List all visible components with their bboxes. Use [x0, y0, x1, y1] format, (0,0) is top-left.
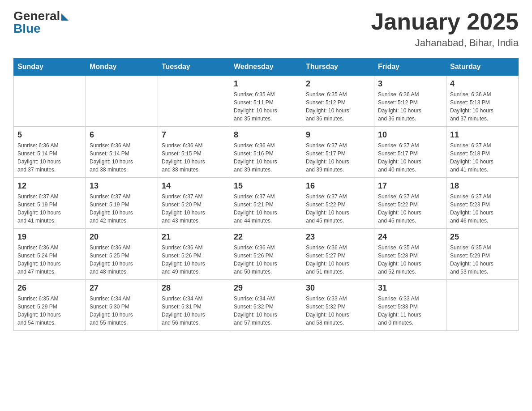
calendar-week-row: 12Sunrise: 6:37 AMSunset: 5:19 PMDayligh… — [14, 178, 519, 229]
day-of-week-header: Thursday — [302, 58, 374, 76]
calendar-cell: 31Sunrise: 6:33 AMSunset: 5:33 PMDayligh… — [374, 280, 446, 331]
day-info: Sunrise: 6:37 AMSunset: 5:17 PMDaylight:… — [306, 141, 370, 174]
day-number: 24 — [378, 232, 442, 242]
day-number: 5 — [17, 130, 82, 140]
calendar-cell: 30Sunrise: 6:33 AMSunset: 5:32 PMDayligh… — [302, 280, 374, 331]
day-of-week-header: Wednesday — [230, 58, 302, 76]
day-info: Sunrise: 6:33 AMSunset: 5:33 PMDaylight:… — [378, 295, 442, 327]
day-number: 27 — [90, 283, 154, 293]
page-header: General Blue January 2025 Jahanabad, Bih… — [13, 9, 519, 49]
calendar-title: January 2025 — [371, 9, 519, 34]
day-info: Sunrise: 6:36 AMSunset: 5:14 PMDaylight:… — [17, 141, 82, 174]
day-number: 26 — [17, 283, 82, 293]
day-number: 10 — [378, 130, 442, 140]
calendar-cell: 16Sunrise: 6:37 AMSunset: 5:22 PMDayligh… — [302, 178, 374, 229]
calendar-cell: 1Sunrise: 6:35 AMSunset: 5:11 PMDaylight… — [230, 76, 302, 127]
day-number: 8 — [234, 130, 298, 140]
day-info: Sunrise: 6:37 AMSunset: 5:17 PMDaylight:… — [378, 141, 442, 174]
day-info: Sunrise: 6:36 AMSunset: 5:14 PMDaylight:… — [90, 141, 154, 174]
day-info: Sunrise: 6:36 AMSunset: 5:13 PMDaylight:… — [450, 90, 515, 123]
day-info: Sunrise: 6:37 AMSunset: 5:19 PMDaylight:… — [17, 193, 82, 225]
day-number: 11 — [450, 130, 515, 140]
day-number: 2 — [306, 79, 370, 89]
day-info: Sunrise: 6:36 AMSunset: 5:26 PMDaylight:… — [162, 244, 226, 276]
day-info: Sunrise: 6:36 AMSunset: 5:27 PMDaylight:… — [306, 244, 370, 276]
day-of-week-header: Monday — [86, 58, 158, 76]
day-info: Sunrise: 6:37 AMSunset: 5:21 PMDaylight:… — [234, 193, 298, 225]
day-info: Sunrise: 6:36 AMSunset: 5:15 PMDaylight:… — [162, 141, 226, 174]
calendar-cell: 3Sunrise: 6:36 AMSunset: 5:12 PMDaylight… — [374, 76, 446, 127]
calendar-header-row: SundayMondayTuesdayWednesdayThursdayFrid… — [14, 58, 519, 76]
day-number: 13 — [90, 181, 154, 191]
day-number: 9 — [306, 130, 370, 140]
calendar-cell: 29Sunrise: 6:34 AMSunset: 5:32 PMDayligh… — [230, 280, 302, 331]
day-info: Sunrise: 6:33 AMSunset: 5:32 PMDaylight:… — [306, 295, 370, 327]
day-info: Sunrise: 6:37 AMSunset: 5:23 PMDaylight:… — [450, 193, 515, 225]
day-info: Sunrise: 6:34 AMSunset: 5:30 PMDaylight:… — [90, 295, 154, 327]
calendar-cell: 8Sunrise: 6:36 AMSunset: 5:16 PMDaylight… — [230, 127, 302, 178]
day-info: Sunrise: 6:35 AMSunset: 5:12 PMDaylight:… — [306, 90, 370, 123]
day-number: 23 — [306, 232, 370, 242]
calendar-cell: 23Sunrise: 6:36 AMSunset: 5:27 PMDayligh… — [302, 229, 374, 280]
calendar-cell: 9Sunrise: 6:37 AMSunset: 5:17 PMDaylight… — [302, 127, 374, 178]
day-of-week-header: Friday — [374, 58, 446, 76]
day-info: Sunrise: 6:37 AMSunset: 5:22 PMDaylight:… — [378, 193, 442, 225]
day-info: Sunrise: 6:35 AMSunset: 5:28 PMDaylight:… — [378, 244, 442, 276]
day-number: 16 — [306, 181, 370, 191]
day-info: Sunrise: 6:34 AMSunset: 5:32 PMDaylight:… — [234, 295, 298, 327]
calendar-week-row: 26Sunrise: 6:35 AMSunset: 5:29 PMDayligh… — [14, 280, 519, 331]
calendar-cell: 24Sunrise: 6:35 AMSunset: 5:28 PMDayligh… — [374, 229, 446, 280]
calendar-cell: 19Sunrise: 6:36 AMSunset: 5:24 PMDayligh… — [14, 229, 86, 280]
day-info: Sunrise: 6:36 AMSunset: 5:16 PMDaylight:… — [234, 141, 298, 174]
calendar-week-row: 1Sunrise: 6:35 AMSunset: 5:11 PMDaylight… — [14, 76, 519, 127]
calendar-cell — [14, 76, 86, 127]
calendar-cell: 11Sunrise: 6:37 AMSunset: 5:18 PMDayligh… — [446, 127, 519, 178]
day-number: 20 — [90, 232, 154, 242]
calendar-cell: 28Sunrise: 6:34 AMSunset: 5:31 PMDayligh… — [158, 280, 230, 331]
day-number: 30 — [306, 283, 370, 293]
calendar-cell: 18Sunrise: 6:37 AMSunset: 5:23 PMDayligh… — [446, 178, 519, 229]
day-of-week-header: Saturday — [446, 58, 519, 76]
calendar-cell: 12Sunrise: 6:37 AMSunset: 5:19 PMDayligh… — [14, 178, 86, 229]
logo-blue-text: Blue — [13, 21, 41, 36]
calendar-cell: 15Sunrise: 6:37 AMSunset: 5:21 PMDayligh… — [230, 178, 302, 229]
day-of-week-header: Sunday — [14, 58, 86, 76]
day-of-week-header: Tuesday — [158, 58, 230, 76]
calendar-cell — [158, 76, 230, 127]
day-info: Sunrise: 6:37 AMSunset: 5:18 PMDaylight:… — [450, 141, 515, 174]
calendar-cell: 4Sunrise: 6:36 AMSunset: 5:13 PMDaylight… — [446, 76, 519, 127]
calendar-cell — [86, 76, 158, 127]
day-number: 12 — [17, 181, 82, 191]
day-info: Sunrise: 6:35 AMSunset: 5:29 PMDaylight:… — [17, 295, 82, 327]
day-number: 15 — [234, 181, 298, 191]
calendar-cell: 10Sunrise: 6:37 AMSunset: 5:17 PMDayligh… — [374, 127, 446, 178]
calendar-cell — [446, 280, 519, 331]
calendar-cell: 20Sunrise: 6:36 AMSunset: 5:25 PMDayligh… — [86, 229, 158, 280]
day-info: Sunrise: 6:36 AMSunset: 5:25 PMDaylight:… — [90, 244, 154, 276]
logo-triangle-icon — [61, 13, 69, 21]
day-number: 6 — [90, 130, 154, 140]
day-info: Sunrise: 6:37 AMSunset: 5:19 PMDaylight:… — [90, 193, 154, 225]
calendar-cell: 26Sunrise: 6:35 AMSunset: 5:29 PMDayligh… — [14, 280, 86, 331]
day-number: 1 — [234, 79, 298, 89]
calendar-table: SundayMondayTuesdayWednesdayThursdayFrid… — [13, 58, 519, 331]
day-number: 7 — [162, 130, 226, 140]
day-number: 19 — [17, 232, 82, 242]
day-info: Sunrise: 6:36 AMSunset: 5:24 PMDaylight:… — [17, 244, 82, 276]
day-number: 18 — [450, 181, 515, 191]
calendar-cell: 27Sunrise: 6:34 AMSunset: 5:30 PMDayligh… — [86, 280, 158, 331]
calendar-cell: 6Sunrise: 6:36 AMSunset: 5:14 PMDaylight… — [86, 127, 158, 178]
calendar-cell: 2Sunrise: 6:35 AMSunset: 5:12 PMDaylight… — [302, 76, 374, 127]
calendar-subtitle: Jahanabad, Bihar, India — [371, 37, 519, 49]
logo: General Blue — [13, 9, 69, 36]
day-number: 31 — [378, 283, 442, 293]
calendar-week-row: 19Sunrise: 6:36 AMSunset: 5:24 PMDayligh… — [14, 229, 519, 280]
calendar-cell: 22Sunrise: 6:36 AMSunset: 5:26 PMDayligh… — [230, 229, 302, 280]
calendar-cell: 21Sunrise: 6:36 AMSunset: 5:26 PMDayligh… — [158, 229, 230, 280]
calendar-week-row: 5Sunrise: 6:36 AMSunset: 5:14 PMDaylight… — [14, 127, 519, 178]
day-info: Sunrise: 6:37 AMSunset: 5:20 PMDaylight:… — [162, 193, 226, 225]
day-number: 29 — [234, 283, 298, 293]
day-number: 25 — [450, 232, 515, 242]
day-info: Sunrise: 6:34 AMSunset: 5:31 PMDaylight:… — [162, 295, 226, 327]
title-block: January 2025 Jahanabad, Bihar, India — [371, 9, 519, 49]
